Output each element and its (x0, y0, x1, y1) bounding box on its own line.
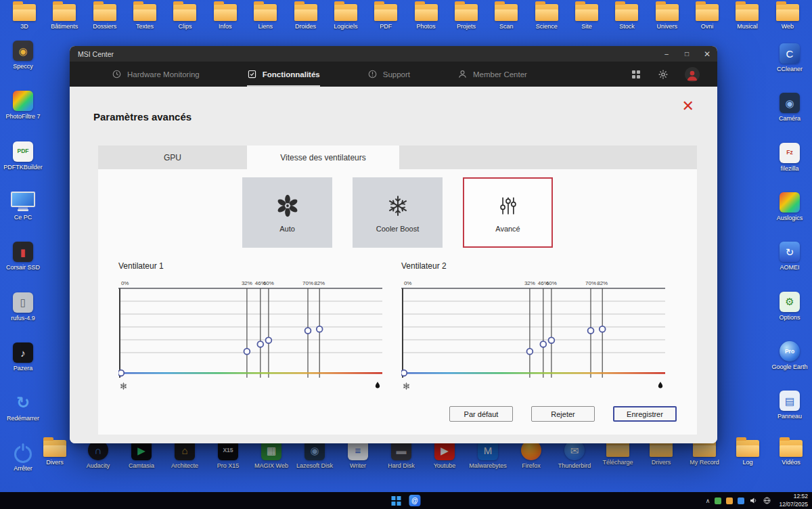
desktop-icon-droides[interactable]: Droides (287, 4, 325, 30)
desktop-icon-firefox[interactable]: Firefox (512, 440, 551, 469)
desktop-icon-audacity[interactable]: ∩Audacity (78, 440, 118, 469)
mode-card-cooler-boost[interactable]: Cooler Boost (353, 177, 443, 248)
desktop-icon-pdf[interactable]: PDF (367, 4, 405, 30)
desktop-icon-site[interactable]: Site (568, 4, 606, 30)
tray-app-icon-1[interactable] (715, 497, 721, 504)
settings-gear-icon[interactable] (658, 69, 669, 80)
tray-app-icon-2[interactable] (726, 497, 733, 504)
fan-curve-point[interactable] (305, 328, 311, 334)
desktop-icon-filezilla[interactable]: Fzfilezilla (771, 143, 809, 172)
taskbar-clock[interactable]: 12:52 12/07/2025 (779, 493, 808, 508)
desktop-icon-textes[interactable]: Textes (126, 4, 164, 30)
nav-item-fonctionnalites[interactable]: Fonctionnalités (247, 62, 320, 87)
desktop-icon-magix-web[interactable]: ▦MAGIX Web (252, 440, 291, 469)
fan-curve-point[interactable] (540, 341, 546, 347)
tab-gpu[interactable]: GPU (98, 146, 247, 169)
snowflake-icon (119, 381, 128, 393)
desktop-icon-science[interactable]: Science (528, 4, 566, 30)
desktop-icon-ovni[interactable]: Ovni (688, 4, 726, 30)
desktop-icon-batiments[interactable]: Bâtiments (45, 4, 83, 30)
desktop-icon-hard-disk[interactable]: ▬Hard Disk (382, 440, 421, 469)
taskbar-pinned-app-icon[interactable]: @ (409, 495, 421, 506)
desktop-icon-logiciels[interactable]: Logiciels (327, 4, 365, 30)
mode-card-avance[interactable]: Avancé (463, 177, 553, 248)
desktop-icon-corsair-ssd[interactable]: ▮Corsair SSD (4, 242, 42, 271)
desktop-icon-camera[interactable]: ◉Caméra (771, 93, 809, 122)
desktop-icon-telecharge[interactable]: Télécharge (598, 440, 637, 469)
desktop-icon-3d[interactable]: 3D (5, 4, 43, 30)
aomei-icon: ↻ (780, 242, 800, 262)
minimize-button[interactable]: – (656, 46, 677, 62)
desktop-icon-drivers[interactable]: Drivers (641, 440, 681, 469)
start-button[interactable] (392, 496, 401, 506)
mode-card-auto[interactable]: Auto (242, 177, 332, 248)
tab-vitesse-des-ventilateurs[interactable]: Vitesse des ventilateurs (247, 146, 399, 169)
fan-curve-point[interactable] (527, 349, 533, 355)
button-par-defaut[interactable]: Par défaut (449, 406, 513, 422)
desktop-icon-auslogics[interactable]: Auslogics (771, 192, 809, 221)
nav-item-support[interactable]: Support (367, 62, 410, 87)
desktop-icon-architecte[interactable]: ⌂Architecte (165, 440, 204, 469)
desktop-icon-my-record[interactable]: My Record (685, 440, 724, 469)
fan-curve-point[interactable] (317, 326, 323, 332)
desktop-icon-camtasia[interactable]: ▶Camtasia (122, 440, 161, 469)
fan-curve-point[interactable] (600, 326, 606, 332)
desktop-icon-panneau[interactable]: ▤Panneau (771, 391, 809, 420)
fan-curve-point[interactable] (401, 370, 407, 376)
desktop-icon-divers[interactable]: Divers (35, 440, 74, 469)
fan-curve-chart[interactable]: 0%32%46%60%70%82% (118, 279, 382, 380)
volume-icon[interactable] (749, 496, 758, 505)
desktop-icon-thunderbird[interactable]: ✉Thunderbird (555, 440, 594, 469)
desktop-icon-dossiers[interactable]: Dossiers (86, 4, 124, 30)
apps-grid-icon[interactable] (631, 69, 641, 80)
fan-curve-point[interactable] (118, 370, 124, 376)
desktop-icon-rufus-4-9[interactable]: ▯rufus-4.9 (4, 292, 42, 322)
desktop-icon-ce-pc[interactable]: Ce PC (4, 192, 42, 221)
button-rejeter[interactable]: Rejeter (531, 406, 595, 422)
desktop-icon-google-earth[interactable]: ProGoogle Earth (771, 341, 809, 370)
fan-curve-point[interactable] (257, 341, 263, 347)
panel-close-icon[interactable]: ✕ (682, 99, 694, 114)
desktop-icon-musical[interactable]: Musical (728, 4, 766, 30)
fan-curve-point[interactable] (266, 337, 272, 343)
desktop-icon-clips[interactable]: Clips (166, 4, 204, 30)
desktop-icon-label: Lazesoft Disk (296, 462, 333, 469)
desktop-icon-options[interactable]: ⚙Options (771, 292, 809, 321)
fan-curve-chart[interactable]: 0%32%46%60%70%82% (401, 279, 665, 380)
desktop-icon-writer[interactable]: ≡Writer (338, 440, 378, 469)
fan-curve-point[interactable] (244, 349, 250, 355)
button-enregistrer[interactable]: Enregistrer (613, 406, 677, 422)
tray-chevron-icon[interactable]: ∧ (706, 497, 710, 504)
desktop-icon-univers[interactable]: Univers (648, 4, 686, 30)
desktop-icon-stock[interactable]: Stock (608, 4, 646, 30)
desktop-icon-lazesoft-disk[interactable]: ◉Lazesoft Disk (295, 440, 334, 469)
desktop-icon-ccleaner[interactable]: CCCleaner (771, 43, 809, 72)
desktop-icon-scan[interactable]: Scan (487, 4, 525, 30)
desktop-icon-redemarrer[interactable]: ↻Redémarrer (4, 393, 42, 422)
window-titlebar[interactable]: MSI Center – □ ✕ (70, 46, 717, 62)
desktop-icon-pazera[interactable]: ♪Pazera (4, 342, 42, 372)
fan-curve-point[interactable] (588, 328, 594, 334)
desktop-icon-liens[interactable]: Liens (246, 4, 284, 30)
desktop-icon-youtube[interactable]: ▶Youtube (425, 440, 464, 469)
desktop-icon-speccy[interactable]: ◉Speccy (4, 41, 42, 70)
desktop-icon-photofiltre-7[interactable]: PhotoFiltre 7 (4, 91, 42, 120)
desktop-icon-aomei[interactable]: ↻AOMEI (771, 242, 809, 271)
maximize-button[interactable]: □ (677, 46, 697, 62)
desktop-icon-malwarebytes[interactable]: MMalwarebytes (468, 440, 508, 469)
tray-app-icon-3[interactable] (738, 497, 744, 504)
desktop-icon-pro-x15[interactable]: X15Pro X15 (208, 440, 248, 469)
desktop-icon-web[interactable]: Web (769, 4, 807, 30)
desktop-icon-photos[interactable]: Photos (407, 4, 445, 30)
close-button[interactable]: ✕ (697, 46, 717, 62)
desktop-icon-infos[interactable]: Infos (206, 4, 244, 30)
user-avatar[interactable] (685, 67, 700, 82)
desktop-icon-pdftkbuilder[interactable]: PDFPDFTKBuilder (4, 141, 42, 171)
desktop-icon-projets[interactable]: Projets (447, 4, 485, 30)
nav-item-hardware-monitoring[interactable]: Hardware Monitoring (112, 62, 200, 87)
network-icon[interactable] (763, 496, 771, 505)
nav-item-member-center[interactable]: Member Center (457, 62, 527, 87)
desktop-icon-log[interactable]: Log (728, 440, 767, 469)
desktop-icon-videos[interactable]: Vidéos (771, 440, 811, 469)
fan-curve-point[interactable] (549, 337, 555, 343)
